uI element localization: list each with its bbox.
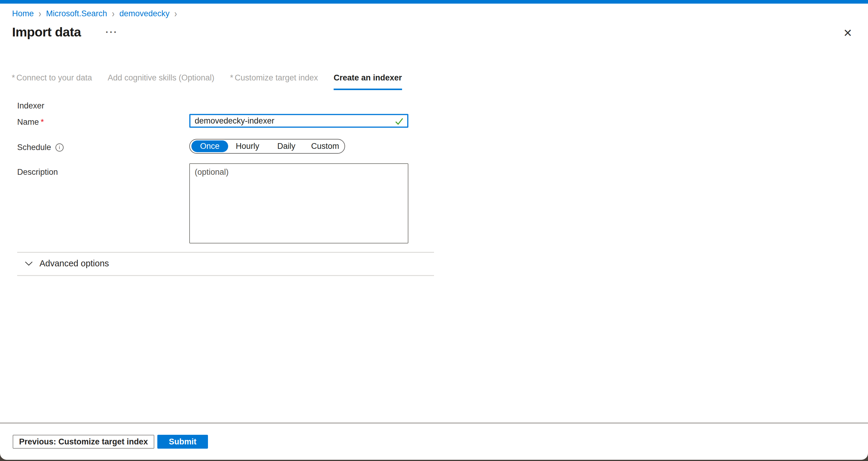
name-field-label: Name*: [17, 118, 44, 127]
tab-add-cognitive-skills[interactable]: Add cognitive skills (Optional): [107, 73, 214, 90]
divider: [17, 252, 434, 253]
tab-label: Customize target index: [235, 73, 318, 84]
tab-required-marker: *: [12, 73, 15, 84]
wizard-tabs: * Connect to your data Add cognitive ski…: [12, 73, 402, 90]
info-icon[interactable]: i: [56, 144, 64, 152]
validation-check-icon: [394, 116, 404, 126]
tab-required-marker: *: [230, 73, 233, 84]
page-title: Import data: [12, 25, 81, 39]
import-data-panel: Home › Microsoft.Search › demovedecky › …: [0, 0, 868, 460]
tab-customize-target-index[interactable]: * Customize target index: [230, 73, 318, 90]
indexer-section-label: Indexer: [17, 101, 44, 111]
breadcrumb-separator-icon: ›: [175, 8, 177, 20]
schedule-option-hourly[interactable]: Hourly: [228, 142, 267, 151]
name-field-wrapper: [189, 114, 408, 128]
advanced-options-label: Advanced options: [39, 258, 109, 269]
chevron-down-icon: [25, 261, 33, 266]
more-options-icon[interactable]: ···: [105, 27, 118, 38]
advanced-options-expander[interactable]: Advanced options: [25, 258, 109, 269]
description-field-label: Description: [17, 167, 58, 177]
schedule-field-label: Schedule i: [17, 143, 64, 152]
breadcrumb-separator-icon: ›: [38, 8, 41, 20]
schedule-segmented-control: Once Hourly Daily Custom: [189, 139, 345, 154]
indexer-name-input[interactable]: [189, 114, 408, 128]
description-textarea[interactable]: [189, 163, 408, 243]
breadcrumb-link-demovedecky[interactable]: demovedecky: [119, 9, 170, 19]
tab-label: Add cognitive skills (Optional): [107, 73, 214, 84]
breadcrumb-link-microsoft-search[interactable]: Microsoft.Search: [46, 9, 107, 19]
tab-label: Create an indexer: [334, 73, 402, 83]
previous-step-button[interactable]: Previous: Customize target index: [13, 435, 154, 449]
tab-create-an-indexer[interactable]: Create an indexer: [334, 73, 402, 90]
tab-label: Connect to your data: [17, 73, 92, 84]
close-icon[interactable]: ✕: [843, 28, 852, 38]
portal-top-accent-bar: [0, 0, 868, 4]
schedule-option-daily[interactable]: Daily: [267, 142, 306, 151]
schedule-option-once[interactable]: Once: [191, 141, 228, 152]
divider: [17, 275, 434, 276]
tab-connect-to-your-data[interactable]: * Connect to your data: [12, 73, 92, 90]
name-label-text: Name: [17, 118, 39, 127]
submit-button[interactable]: Submit: [157, 435, 208, 449]
breadcrumb-link-home[interactable]: Home: [12, 9, 34, 19]
schedule-label-text: Schedule: [17, 143, 51, 152]
breadcrumb-separator-icon: ›: [112, 8, 115, 20]
breadcrumb: Home › Microsoft.Search › demovedecky ›: [12, 9, 177, 19]
schedule-option-custom[interactable]: Custom: [306, 142, 344, 151]
required-asterisk: *: [41, 118, 44, 127]
footer-divider: [0, 423, 868, 424]
